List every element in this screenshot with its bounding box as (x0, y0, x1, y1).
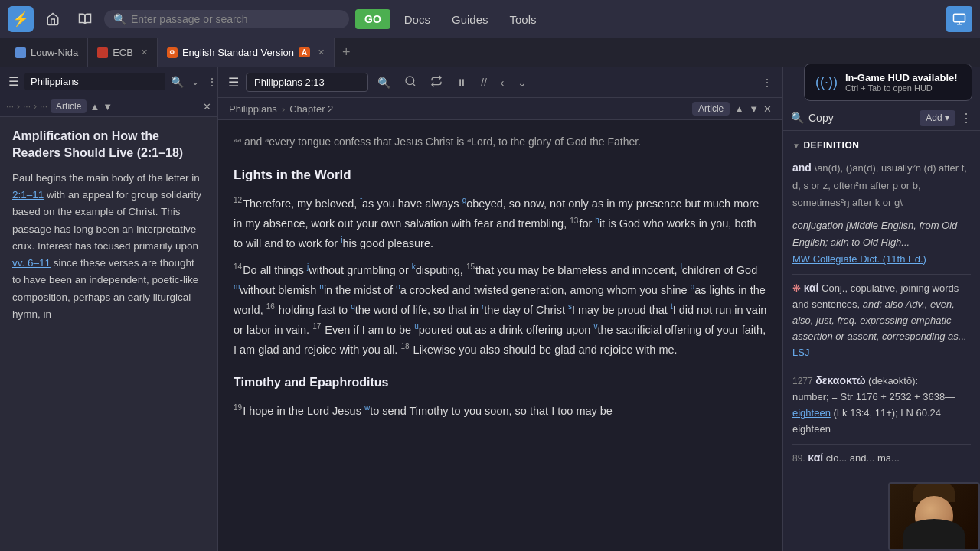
verse-19-num: 19 (234, 403, 242, 412)
left-down-button[interactable]: ▼ (103, 101, 113, 112)
center-more-button[interactable]: ⋮ (760, 74, 775, 91)
tab-ecb[interactable]: ECB ✕ (88, 38, 158, 67)
tab-add-button[interactable]: + (335, 44, 358, 60)
verse-17-num: 17 (312, 322, 321, 331)
center-panel: ☰ 🔍 ⏸ // ‹ ⌄ ⋮ Philippians › Chapter 2 A… (218, 67, 782, 551)
verse-12-num: 12 (234, 196, 242, 204)
tab-ecb-close[interactable]: ✕ (141, 47, 148, 57)
center-article-badge[interactable]: Article (692, 102, 730, 116)
center-search-button[interactable]: 🔍 (373, 73, 395, 92)
entry-89-rest: clo... and... mā... (826, 452, 900, 464)
tab-esv-close[interactable]: ✕ (318, 47, 325, 57)
right-search-icon: 🔍 (791, 112, 804, 124)
def-greek-section: ❋ καί Conj., copulative, joining words a… (792, 274, 971, 360)
def-lsj-link[interactable]: LSJ (792, 347, 809, 358)
library-icon (78, 12, 92, 26)
center-close-button[interactable]: ✕ (763, 103, 772, 115)
louw-nida-icon (15, 47, 26, 58)
fn-o: o (396, 282, 400, 291)
center-comment-button[interactable]: // (476, 73, 492, 92)
video-body (903, 519, 965, 549)
fn-i: i (341, 236, 342, 245)
center-up-button[interactable]: ▲ (734, 103, 744, 115)
center-analysis-button[interactable] (400, 72, 421, 93)
center-pause-button[interactable]: ⏸ (452, 73, 472, 92)
left-toolbar: ☰ 🔍 ⌄ ⋮ (0, 67, 217, 96)
center-menu-button[interactable]: ☰ (226, 73, 241, 92)
entry-89-num: 89. (792, 453, 805, 464)
verse-14-num: 14 (234, 262, 242, 271)
left-breadcrumb: ··· › ··· › ··· Article ▲ ▼ ✕ (0, 96, 217, 117)
nav-tools[interactable]: Tools (502, 8, 544, 31)
left-content: Amplification on How the Readers Should … (0, 117, 217, 551)
left-up-button[interactable]: ▲ (90, 101, 100, 112)
breadcrumb-chapter2[interactable]: Chapter 2 (289, 103, 333, 115)
right-top-bar: 🔍 Copy Add ▾ ⋮ (783, 106, 980, 131)
library-button[interactable] (72, 6, 98, 32)
right-panel: ((·)) In-Game HUD available! Ctrl + Tab … (782, 67, 980, 551)
nav-guides[interactable]: Guides (444, 8, 496, 31)
breadcrumb-separator1: › (282, 103, 285, 115)
search-input[interactable] (131, 13, 340, 25)
left-nav-button[interactable]: ⌄ (189, 74, 201, 90)
fn-t: t (671, 302, 673, 311)
center-sync-button[interactable] (426, 72, 447, 93)
left-content-title: Amplification on How the Readers Should … (12, 128, 205, 162)
verse-16-num-inline: 16 (266, 302, 275, 311)
go-button[interactable]: GO (355, 9, 390, 29)
center-toolbar: ☰ 🔍 ⏸ // ‹ ⌄ ⋮ (218, 67, 782, 98)
fn-m: m (234, 282, 240, 291)
left-menu-button[interactable]: ☰ (6, 72, 21, 91)
word-thought: thought (160, 257, 194, 269)
profile-button[interactable] (946, 6, 972, 32)
breadcrumb-philippians[interactable]: Philippians (229, 103, 277, 115)
entry-num: 1277 (792, 376, 813, 386)
svg-point-3 (406, 77, 414, 85)
tab-ecb-label: ECB (113, 47, 133, 58)
word-to: to (12, 274, 21, 285)
main-area: ☰ 🔍 ⌄ ⋮ ··· › ··· › ··· Article ▲ ▼ ✕ Am… (0, 67, 980, 551)
tab-louw-nida[interactable]: Louw-Nida (6, 38, 88, 67)
fn-p: p (691, 282, 695, 291)
center-nav-prev-button[interactable]: ‹ (496, 73, 509, 92)
center-passage-input[interactable] (246, 73, 368, 92)
entry-trans: (dekaoktō): (868, 375, 918, 386)
right-more-button[interactable]: ⋮ (960, 111, 972, 126)
copy-label: Copy (808, 112, 834, 124)
left-passage-input[interactable] (24, 73, 165, 90)
fn-l: l (681, 262, 682, 271)
nav-docs[interactable]: Docs (397, 8, 438, 31)
verse-12-block: 12Therefore, my beloved, fas you have al… (234, 194, 767, 253)
verse-19-block: 19I hope in the Lord Jesus wto send Timo… (234, 401, 767, 421)
entry-eighteen[interactable]: eighteen (792, 407, 831, 419)
link-2-1-11[interactable]: 2:1–11 (12, 189, 44, 201)
fn-j: j (307, 262, 309, 271)
logo-button[interactable]: ⚡ (8, 6, 34, 32)
fn-s: s (568, 302, 572, 311)
left-article-badge[interactable]: Article (51, 99, 87, 113)
home-button[interactable] (40, 6, 66, 32)
def-dict-link[interactable]: MW Collegiate Dict. (11th Ed.) (792, 253, 926, 265)
center-nav-next-button[interactable]: ⌄ (513, 73, 531, 92)
video-overlay (888, 482, 980, 551)
link-vv-6-11[interactable]: vv. 6–11 (12, 257, 51, 269)
tab-esv[interactable]: ⚙ English Standard Version A ✕ (158, 38, 335, 67)
definition-header: DEFINITION (792, 139, 971, 153)
hud-text-block: In-Game HUD available! Ctrl + Tab to ope… (845, 72, 958, 93)
def-word-entry: and \an(d), ()an(d), usually²n (d) after… (792, 159, 971, 211)
left-close-button[interactable]: ✕ (203, 101, 211, 112)
center-down-button[interactable]: ▼ (749, 103, 759, 115)
center-breadcrumb: Philippians › Chapter 2 Article ▲ ▼ ✕ (218, 98, 782, 120)
search-container: 🔍 (104, 10, 349, 28)
logo-icon: ⚡ (12, 11, 29, 28)
section-heading-timothy: Timothy and Epaphroditus (234, 372, 767, 393)
video-person (890, 484, 978, 549)
def-greek-word: καί (804, 282, 819, 294)
hud-title: In-Game HUD available! (845, 72, 958, 83)
greek-symbol: ❋ (792, 282, 801, 294)
add-button[interactable]: Add ▾ (920, 110, 956, 126)
left-search-button[interactable]: 🔍 (168, 73, 186, 90)
fn-r: r (482, 302, 484, 311)
left-more-button[interactable]: ⋮ (204, 73, 220, 90)
breadcrumb-dot5: ··· (40, 101, 47, 112)
